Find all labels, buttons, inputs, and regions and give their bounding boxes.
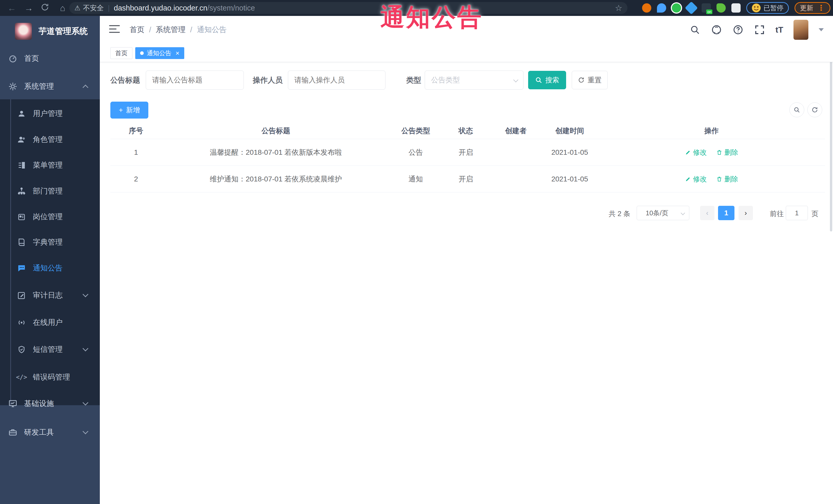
- extension-icon-location-pin[interactable]: [657, 3, 666, 13]
- extension-icon-blue-diamond[interactable]: [685, 2, 698, 15]
- extension-icon-green-leaf[interactable]: [716, 3, 726, 13]
- sidebar-item-system[interactable]: 系统管理: [0, 74, 100, 99]
- fullscreen-icon[interactable]: [754, 24, 765, 35]
- trash-icon: [716, 149, 722, 155]
- close-icon[interactable]: ×: [175, 49, 180, 57]
- extensions-puzzle-icon[interactable]: [731, 3, 741, 13]
- sidebar-item-users[interactable]: 用户管理: [0, 101, 100, 126]
- gear-icon: [7, 81, 19, 92]
- extension-on-badge: on: [706, 9, 712, 14]
- extension-icon-orange[interactable]: [642, 3, 651, 13]
- app-logo-row[interactable]: 芋道管理系统: [0, 21, 100, 42]
- notice-title-input[interactable]: [146, 71, 244, 90]
- font-size-icon[interactable]: tT: [776, 25, 783, 34]
- refresh-table-button[interactable]: [807, 102, 822, 117]
- page-size-select[interactable]: 10条/页: [637, 206, 689, 220]
- online-signal-icon: [16, 317, 27, 328]
- sidebar-item-sms[interactable]: 短信管理: [0, 337, 100, 362]
- edit-link[interactable]: 修改: [685, 148, 707, 157]
- active-tab-dot: [140, 51, 144, 55]
- search-icon: [793, 106, 800, 113]
- page-jump-input[interactable]: [786, 206, 808, 220]
- search-icon[interactable]: [689, 24, 700, 35]
- toggle-search-button[interactable]: [789, 102, 804, 117]
- role-icon: [16, 134, 27, 145]
- sidebar-item-departments[interactable]: 部门管理: [0, 178, 100, 204]
- sidebar-item-online-users[interactable]: 在线用户: [0, 310, 100, 335]
- update-label: 更新: [800, 4, 813, 13]
- type-select[interactable]: 公告类型: [425, 71, 524, 90]
- extensions-area: on 已暂停 更新 ⋮: [642, 0, 830, 16]
- type-label: 类型: [406, 71, 421, 90]
- back-icon[interactable]: ←: [7, 3, 17, 13]
- operator-label: 操作人员: [253, 71, 283, 90]
- emoji-face-icon: [752, 3, 761, 13]
- browser-menu-kebab-icon[interactable]: ⋮: [817, 4, 825, 12]
- scrollbar-thumb[interactable]: [830, 47, 832, 232]
- sidebar-item-notice[interactable]: 通知公告: [0, 255, 100, 281]
- app-logo-avatar: [15, 23, 32, 40]
- profile-paused-chip[interactable]: 已暂停: [746, 2, 789, 14]
- delete-link[interactable]: 删除: [716, 148, 738, 157]
- github-icon[interactable]: [711, 24, 722, 35]
- dashboard-icon: [7, 53, 19, 64]
- user-avatar[interactable]: [793, 20, 808, 40]
- reset-button[interactable]: 重置: [572, 71, 608, 89]
- tab-home[interactable]: 首页: [110, 47, 133, 59]
- chevron-down-icon: [513, 77, 518, 82]
- monitor-icon: [7, 398, 19, 409]
- url-path: /system/notice: [207, 4, 255, 12]
- next-page-button[interactable]: ›: [739, 206, 753, 220]
- bookmark-star-icon[interactable]: ☆: [615, 3, 622, 13]
- badge-icon: [16, 211, 27, 222]
- prev-page-button[interactable]: ‹: [700, 206, 714, 220]
- paused-label: 已暂停: [763, 4, 783, 13]
- address-bar[interactable]: ⚠ 不安全 | dashboard.yudao.iocoder.cn /syst…: [69, 2, 627, 14]
- refresh-icon: [578, 77, 585, 83]
- table-row: 2 维护通知：2018-07-01 若依系统凌晨维护 通知 开启 2021-01…: [110, 166, 825, 192]
- sidebar-collapse-icon[interactable]: [109, 25, 120, 34]
- tags-view-bar: 首页 通知公告 ×: [100, 44, 833, 62]
- breadcrumb-home[interactable]: 首页: [129, 25, 144, 35]
- sidebar-item-menus[interactable]: 菜单管理: [0, 152, 100, 178]
- sidebar-item-roles[interactable]: 角色管理: [0, 127, 100, 152]
- extension-icon-dark[interactable]: on: [701, 3, 711, 13]
- sidebar-item-infrastructure[interactable]: 基础设施: [0, 391, 100, 416]
- forward-icon[interactable]: →: [24, 3, 34, 13]
- browser-update-button[interactable]: 更新 ⋮: [794, 2, 830, 14]
- breadcrumb-system[interactable]: 系统管理: [156, 25, 186, 35]
- avatar-caret-icon[interactable]: [818, 28, 824, 31]
- add-button[interactable]: + 新增: [110, 102, 148, 119]
- search-button[interactable]: 搜索: [528, 71, 566, 89]
- current-page-button[interactable]: 1: [718, 206, 735, 220]
- search-icon: [535, 76, 542, 83]
- delete-link[interactable]: 删除: [716, 174, 738, 184]
- extension-icon-green-circle[interactable]: [672, 3, 681, 13]
- edit-link[interactable]: 修改: [685, 174, 707, 184]
- edit-pen-icon: [685, 149, 691, 155]
- sidebar-item-dev-tools[interactable]: 研发工具: [0, 419, 100, 445]
- help-icon[interactable]: [732, 24, 744, 35]
- sidebar: 芋道管理系统 首页 系统管理 用户管理 角色管理 菜单管理: [0, 16, 100, 504]
- operator-input[interactable]: [288, 71, 385, 90]
- home-icon[interactable]: ⌂: [57, 3, 68, 13]
- refresh-icon[interactable]: [41, 3, 51, 13]
- sidebar-item-home[interactable]: 首页: [0, 46, 100, 71]
- col-status: 状态: [442, 126, 490, 136]
- toolbox-icon: [7, 427, 19, 438]
- tab-notice[interactable]: 通知公告 ×: [135, 47, 184, 59]
- url-separator: |: [108, 4, 110, 12]
- sidebar-item-error-codes[interactable]: </> 错误码管理: [0, 364, 100, 390]
- chevron-down-icon: [82, 346, 89, 352]
- sidebar-item-audit-log[interactable]: 审计日志: [0, 283, 100, 308]
- col-type: 公告类型: [390, 126, 442, 136]
- jump-prefix-label: 前往: [770, 209, 784, 218]
- chevron-down-icon: [82, 291, 89, 297]
- col-index: 序号: [110, 126, 162, 136]
- sidebar-item-dictionary[interactable]: 字典管理: [0, 230, 100, 255]
- breadcrumb-current: 通知公告: [197, 25, 227, 35]
- sidebar-item-posts[interactable]: 岗位管理: [0, 204, 100, 230]
- url-host: dashboard.yudao.iocoder.cn: [114, 4, 207, 12]
- header-actions: tT: [689, 16, 824, 44]
- jump-suffix-label: 页: [811, 209, 818, 218]
